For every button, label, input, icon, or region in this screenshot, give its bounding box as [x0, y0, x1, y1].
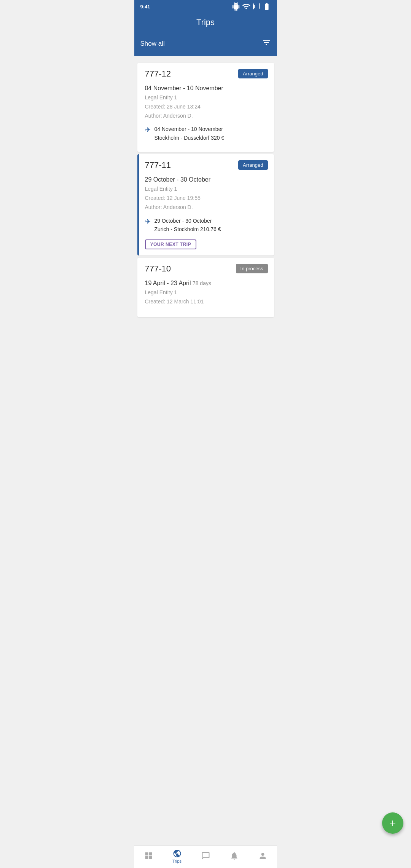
status-icons: [232, 2, 271, 11]
legal-entity: Legal Entity 1: [145, 94, 177, 101]
trip-card-777-10[interactable]: 777-10 In process 19 April - 23 April 78…: [137, 258, 274, 317]
trips-content: 777-12 Arranged 04 November - 10 Novembe…: [134, 56, 277, 350]
nav-item-trips[interactable]: Trips: [166, 849, 188, 863]
created-date: Created: 12 March 11:01: [145, 298, 204, 305]
flight-route: Stockholm - Dusseldorf 320 €: [155, 134, 225, 142]
legal-entity: Legal Entity 1: [145, 289, 177, 295]
plane-icon: ✈: [145, 217, 151, 226]
status-time: 9:41: [140, 4, 150, 10]
globe-icon: [172, 849, 182, 858]
trip-id: 777-10: [145, 264, 171, 274]
grid-icon: [144, 851, 153, 860]
signal-icon: [252, 2, 261, 11]
trip-meta: Legal Entity 1 Created: 12 June 19:55 Au…: [145, 185, 268, 212]
flight-date-range: 04 November - 10 November: [155, 125, 225, 133]
flight-info: ✈ 04 November - 10 November Stockholm - …: [145, 125, 268, 142]
trip-date-range: 29 October - 30 October: [145, 176, 268, 183]
flight-details: 04 November - 10 November Stockholm - Du…: [155, 125, 225, 142]
status-badge: Arranged: [238, 69, 268, 78]
trip-meta: Legal Entity 1 Created: 28 June 13:24 Au…: [145, 93, 268, 120]
filter-bar[interactable]: Show all: [134, 34, 277, 56]
created-date: Created: 28 June 13:24: [145, 104, 201, 110]
page-header: Trips: [134, 13, 277, 34]
bell-icon: [229, 851, 239, 860]
plane-icon: ✈: [145, 126, 151, 134]
status-bar: 9:41: [134, 0, 277, 13]
flight-info: ✈ 29 October - 30 October Zurich - Stock…: [145, 217, 268, 234]
nav-item-profile[interactable]: [251, 851, 274, 861]
flight-route: Zurich - Stockholm 210.76 €: [155, 225, 221, 233]
nav-item-chat[interactable]: [194, 851, 217, 861]
created-date: Created: 12 June 19:55: [145, 195, 201, 201]
funnel-icon: [262, 38, 271, 47]
bottom-navigation: Trips: [134, 846, 277, 868]
legal-entity: Legal Entity 1: [145, 186, 177, 192]
status-badge: In process: [236, 264, 268, 273]
trip-id: 777-12: [145, 69, 171, 79]
next-trip-badge: YOUR NEXT TRIP: [145, 239, 197, 249]
trip-card-777-12[interactable]: 777-12 Arranged 04 November - 10 Novembe…: [137, 63, 274, 152]
trip-meta: Legal Entity 1 Created: 12 March 11:01: [145, 288, 268, 306]
page-title: Trips: [196, 18, 215, 27]
status-badge: Arranged: [238, 160, 268, 170]
chat-icon: [201, 851, 210, 860]
flight-date-range: 29 October - 30 October: [155, 217, 221, 225]
trip-card-header: 777-11 Arranged: [145, 160, 268, 170]
filter-icon[interactable]: [262, 38, 271, 49]
filter-label: Show all: [140, 40, 165, 48]
nav-label-trips: Trips: [172, 859, 182, 863]
trip-id: 777-11: [145, 160, 171, 170]
trip-date-range: 19 April - 23 April 78 days: [145, 280, 268, 287]
author: Author: Anderson D.: [145, 204, 193, 210]
trip-date-range: 04 November - 10 November: [145, 85, 268, 92]
author: Author: Anderson D.: [145, 113, 193, 119]
person-icon: [258, 851, 267, 860]
wifi-icon: [242, 2, 250, 11]
android-icon: [232, 2, 240, 11]
trip-card-header: 777-12 Arranged: [145, 69, 268, 79]
flight-details: 29 October - 30 October Zurich - Stockho…: [155, 217, 221, 234]
battery-icon: [263, 2, 271, 11]
trip-card-777-11[interactable]: 777-11 Arranged 29 October - 30 October …: [137, 154, 274, 255]
days-badge: 78 days: [193, 280, 211, 286]
trip-card-header: 777-10 In process: [145, 264, 268, 274]
nav-item-notifications[interactable]: [223, 851, 245, 861]
nav-item-grid[interactable]: [137, 851, 160, 861]
